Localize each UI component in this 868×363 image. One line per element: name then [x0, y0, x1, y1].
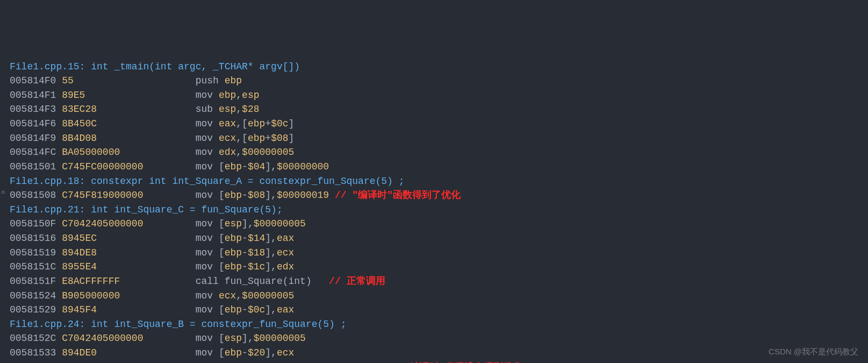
- mnemonic: ],: [265, 347, 277, 358]
- mnemonic: ],: [242, 218, 254, 229]
- source-text: File1.cpp.15: int _tmain(int argc, _TCHA…: [10, 61, 300, 72]
- asm-line[interactable]: 00581524 B905000000 mov ecx,$00000005: [10, 289, 868, 303]
- literal: $08: [248, 190, 265, 201]
- mnemonic: mov [: [196, 233, 225, 244]
- mnemonic: mov [: [196, 247, 225, 258]
- mnemonic: ],: [265, 261, 277, 272]
- disassembly-listing[interactable]: File1.cpp.15: int _tmain(int argc, _TCHA…: [10, 60, 868, 364]
- hex-bytes: BA05000000: [62, 147, 195, 158]
- mnemonic: mov [: [196, 218, 225, 229]
- mnemonic: ,[: [236, 133, 248, 144]
- asm-line[interactable]: 005814F0 55 push ebp: [10, 74, 868, 88]
- mnemonic: mov: [196, 133, 219, 144]
- hex-bytes: 8B4D08: [62, 133, 195, 144]
- mnemonic: ,: [236, 90, 242, 101]
- address: 00581529: [10, 304, 62, 315]
- literal: $1c: [248, 261, 265, 272]
- mnemonic: mov [: [196, 333, 225, 344]
- register: eax: [277, 304, 294, 315]
- asm-line[interactable]: 0058151C 8955E4 mov [ebp-$1c],edx: [10, 260, 868, 274]
- hex-bytes: 83EC28: [62, 104, 195, 115]
- register: esp: [242, 90, 259, 101]
- mnemonic: -: [242, 304, 248, 315]
- register: esp: [225, 218, 242, 229]
- hex-bytes: 8B450C: [62, 118, 195, 129]
- register: ecx: [277, 347, 294, 358]
- asm-line[interactable]: 005814F1 89E5 mov ebp,esp: [10, 88, 868, 103]
- hex-bytes: 55: [62, 75, 195, 86]
- asm-line[interactable]: 00581501 C745FC00000000 mov [ebp-$04],$0…: [10, 160, 868, 174]
- source-line[interactable]: File1.cpp.15: int _tmain(int argc, _TCHA…: [10, 60, 868, 74]
- register: eax: [277, 233, 294, 244]
- asm-line[interactable]: 005814F6 8B450C mov eax,[ebp+$0c]: [10, 117, 868, 131]
- address: 00581524: [10, 290, 62, 301]
- source-line[interactable]: File1.cpp.21: int int_Square_C = fun_Squ…: [10, 203, 868, 217]
- hex-bytes: 8945F4: [62, 304, 195, 315]
- asm-line[interactable]: 005814F9 8B4D08 mov ecx,[ebp+$08]: [10, 131, 868, 146]
- register: ecx: [219, 133, 236, 144]
- source-text: File1.cpp.18: constexpr int int_Square_A…: [10, 176, 405, 187]
- mnemonic: mov [: [196, 161, 225, 172]
- literal: $0c: [271, 118, 288, 129]
- address: 00581516: [10, 233, 62, 244]
- mnemonic: ,: [236, 147, 242, 158]
- source-line[interactable]: File1.cpp.18: constexpr int int_Square_A…: [10, 174, 868, 189]
- literal: $20: [248, 347, 265, 358]
- asm-line[interactable]: 005814FC BA05000000 mov edx,$00000005: [10, 145, 868, 160]
- source-text: File1.cpp.21: int int_Square_C = fun_Squ…: [10, 204, 283, 215]
- register: ebp: [225, 190, 242, 201]
- address: 005814F3: [10, 104, 62, 115]
- literal: $00000005: [242, 290, 294, 301]
- asm-line[interactable]: 00581519 894DE8 mov [ebp-$18],ecx: [10, 246, 868, 260]
- mnemonic: mov: [196, 147, 219, 158]
- asm-line[interactable]: 005814F3 83EC28 sub esp,$28: [10, 102, 868, 117]
- register: ebp: [225, 75, 242, 86]
- source-line[interactable]: File1.cpp.24: int int_Square_B = constex…: [10, 317, 868, 332]
- address: 005814F1: [10, 90, 62, 101]
- asm-line[interactable]: 00581529 8945F4 mov [ebp-$0c],eax: [10, 303, 868, 317]
- mnemonic: -: [242, 161, 248, 172]
- address: 0058152C: [10, 333, 62, 344]
- hex-bytes: 8945EC: [62, 233, 195, 244]
- hex-bytes: 894DE0: [62, 347, 195, 358]
- literal: $0c: [248, 304, 265, 315]
- breakpoint-indicator-icon[interactable]: ○: [1, 188, 5, 198]
- asm-line[interactable]: 0058152C C7042405000000 mov [esp],$00000…: [10, 331, 868, 346]
- register: ebp: [225, 161, 242, 172]
- mnemonic: mov [: [196, 347, 225, 358]
- source-text: File1.cpp.24: int int_Square_B = constex…: [10, 319, 347, 330]
- literal: $08: [271, 133, 288, 144]
- mnemonic: sub: [196, 104, 219, 115]
- literal: $00000005: [254, 333, 306, 344]
- hex-bytes: 89E5: [62, 90, 195, 101]
- mnemonic: mov [: [196, 304, 225, 315]
- literal: $00000000: [277, 161, 329, 172]
- register: eax: [219, 118, 236, 129]
- register: ebp: [219, 90, 236, 101]
- address: 00581501: [10, 161, 62, 172]
- address: 00581508: [10, 190, 62, 201]
- address: 005814FC: [10, 147, 62, 158]
- mnemonic: mov [: [196, 190, 225, 201]
- hex-bytes: C745FC00000000: [62, 161, 195, 172]
- mnemonic: ,: [236, 290, 242, 301]
- address: 00581519: [10, 247, 62, 258]
- asm-line[interactable]: 00581533 894DE0 mov [ebp-$20],ecx: [10, 346, 868, 360]
- mnemonic: ]: [289, 133, 295, 144]
- mnemonic: mov: [196, 118, 219, 129]
- asm-line[interactable]: ○00581508 C745F819000000 mov [ebp-$08],$…: [10, 188, 868, 203]
- asm-line[interactable]: 0058151F E8ACFFFFFF call fun_Square(int)…: [10, 274, 868, 289]
- address: 0058150F: [10, 218, 62, 229]
- asm-line[interactable]: 0058150F C7042405000000 mov [esp],$00000…: [10, 217, 868, 231]
- mnemonic: +: [265, 118, 271, 129]
- asm-line[interactable]: 00581516 8945EC mov [ebp-$14],eax: [10, 231, 868, 246]
- address: 005814F0: [10, 75, 62, 86]
- literal: $00000005: [242, 147, 294, 158]
- address: 0058151F: [10, 276, 62, 287]
- mnemonic: -: [242, 190, 248, 201]
- hex-bytes: B905000000: [62, 290, 195, 301]
- asm-line[interactable]: 00581536 E80D000000 call constexpr_fun_S…: [10, 360, 868, 363]
- hex-bytes: 8955E4: [62, 261, 195, 272]
- annotation-comment: // 正常调用: [312, 276, 385, 287]
- register: ecx: [219, 290, 236, 301]
